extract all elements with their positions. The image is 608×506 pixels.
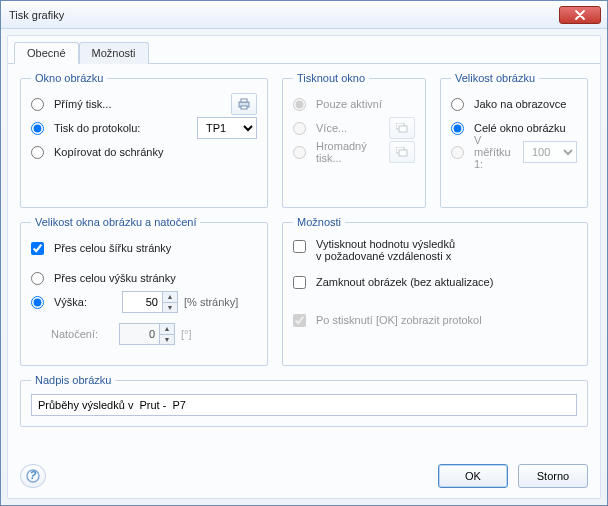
legend-nadpis-obrazku: Nadpis obrázku <box>31 374 115 386</box>
tab-panel-general: Okno obrázku Přímý tisk... Tisk do proto… <box>8 64 600 456</box>
label-v-meritku: V měřítku 1: <box>474 134 517 170</box>
legend-tisknout-okno: Tisknout okno <box>293 72 369 84</box>
ok-button[interactable]: OK <box>438 464 508 488</box>
svg-rect-4 <box>399 126 407 132</box>
label-tisk-do-protokolu: Tisk do protokolu: <box>54 122 191 134</box>
windows-icon <box>396 147 408 157</box>
label-cela-sirka: Přes celou šířku stránky <box>54 242 257 254</box>
radio-cele-okno-obrazku[interactable] <box>451 122 464 135</box>
label-primy-tisk: Přímý tisk... <box>54 98 225 110</box>
radio-tisk-do-protokolu[interactable] <box>31 122 44 135</box>
dialog-window: Tisk grafiky Obecné Možnosti Okno obrázk… <box>0 0 608 506</box>
radio-jako-na-obrazovce[interactable] <box>451 98 464 111</box>
legend-moznosti: Možnosti <box>293 216 345 228</box>
unit-natoceni: [°] <box>181 328 192 340</box>
window-title: Tisk grafiky <box>9 9 559 21</box>
checkbox-zamknout-obrazek[interactable] <box>293 276 306 289</box>
radio-hromadny-tisk <box>293 146 306 159</box>
label-kopirovat-do-schranky: Kopírovat do schránky <box>54 146 257 158</box>
svg-rect-6 <box>399 150 407 156</box>
spinner-natoceni: ▲▼ <box>119 323 175 345</box>
radio-vice <box>293 122 306 135</box>
cancel-button[interactable]: Storno <box>518 464 588 488</box>
checkbox-po-stisknuti-ok <box>293 314 306 327</box>
checkbox-cela-sirka[interactable] <box>31 242 44 255</box>
tab-options[interactable]: Možnosti <box>79 42 149 64</box>
printer-icon <box>237 98 251 110</box>
svg-rect-2 <box>241 106 247 109</box>
chevron-down-icon[interactable]: ▼ <box>163 302 177 313</box>
unit-vyska: [% stránky] <box>184 296 238 308</box>
select-meritko: 100 <box>523 141 577 163</box>
close-icon <box>575 10 585 20</box>
spinner-arrows[interactable]: ▲▼ <box>162 291 178 313</box>
label-zamknout-obrazek: Zamknout obrázek (bez aktualizace) <box>316 276 577 288</box>
spinner-vyska[interactable]: ▲▼ <box>122 291 178 313</box>
tab-strip: Obecné Možnosti <box>8 36 600 64</box>
chevron-up-icon[interactable]: ▲ <box>163 292 177 302</box>
legend-okno-obrazku: Okno obrázku <box>31 72 107 84</box>
radio-v-meritku <box>451 146 464 159</box>
dialog-button-bar: ? OK Storno <box>8 456 600 498</box>
label-vytisknout-hodnotu-sub: v požadované vzdálenosti x <box>316 250 455 262</box>
group-tisknout-okno: Tisknout okno Pouze aktivní Více... <box>282 72 426 208</box>
close-button[interactable] <box>559 6 601 24</box>
tab-general[interactable]: Obecné <box>14 42 79 64</box>
help-button[interactable]: ? <box>20 464 46 488</box>
label-pouze-aktivni: Pouze aktivní <box>316 98 415 110</box>
label-cele-okno-obrazku: Celé okno obrázku <box>474 122 577 134</box>
printer-settings-button[interactable] <box>231 93 257 115</box>
checkbox-vytisknout-hodnotu[interactable] <box>293 240 306 253</box>
group-okno-obrazku: Okno obrázku Přímý tisk... Tisk do proto… <box>20 72 268 208</box>
label-cela-vyska: Přes celou výšku stránky <box>54 272 257 284</box>
group-nadpis-obrazku: Nadpis obrázku <box>20 374 588 427</box>
input-natoceni <box>119 323 159 345</box>
radio-pouze-aktivni <box>293 98 306 111</box>
windows-icon <box>396 123 408 133</box>
chevron-up-icon: ▲ <box>160 324 174 334</box>
label-vyska: Výška: <box>54 296 116 308</box>
help-icon: ? <box>26 469 40 483</box>
hromadny-browse-button <box>389 141 415 163</box>
legend-velikost-obrazku: Velikost obrázku <box>451 72 539 84</box>
label-hromadny-tisk: Hromadný tisk... <box>316 140 383 164</box>
spinner-arrows: ▲▼ <box>159 323 175 345</box>
group-velikost-obrazku: Velikost obrázku Jako na obrazovce Celé … <box>440 72 588 208</box>
label-po-stisknuti-ok: Po stisknutí [OK] zobrazit protokol <box>316 314 577 326</box>
label-vytisknout-hodnotu: Vytisknout hodnotu výsledků <box>316 238 455 250</box>
label-natoceni: Natočení: <box>51 328 113 340</box>
label-vice: Více... <box>316 122 383 134</box>
svg-rect-1 <box>241 99 247 102</box>
input-nadpis-obrazku[interactable] <box>31 394 577 416</box>
input-vyska[interactable] <box>122 291 162 313</box>
vice-browse-button <box>389 117 415 139</box>
radio-primy-tisk[interactable] <box>31 98 44 111</box>
chevron-down-icon: ▼ <box>160 334 174 345</box>
title-bar: Tisk grafiky <box>1 1 607 29</box>
legend-velikost-okna: Velikost okna obrázku a natočení <box>31 216 200 228</box>
select-protokol[interactable]: TP1 <box>197 117 257 139</box>
radio-vyska[interactable] <box>31 296 44 309</box>
radio-cela-vyska[interactable] <box>31 272 44 285</box>
group-moznosti: Možnosti Vytisknout hodnotu výsledků v p… <box>282 216 588 366</box>
group-velikost-okna: Velikost okna obrázku a natočení Přes ce… <box>20 216 268 366</box>
client-area: Obecné Možnosti Okno obrázku Přímý tisk.… <box>7 35 601 499</box>
label-jako-na-obrazovce: Jako na obrazovce <box>474 98 577 110</box>
radio-kopirovat-do-schranky[interactable] <box>31 146 44 159</box>
svg-text:?: ? <box>30 469 37 481</box>
